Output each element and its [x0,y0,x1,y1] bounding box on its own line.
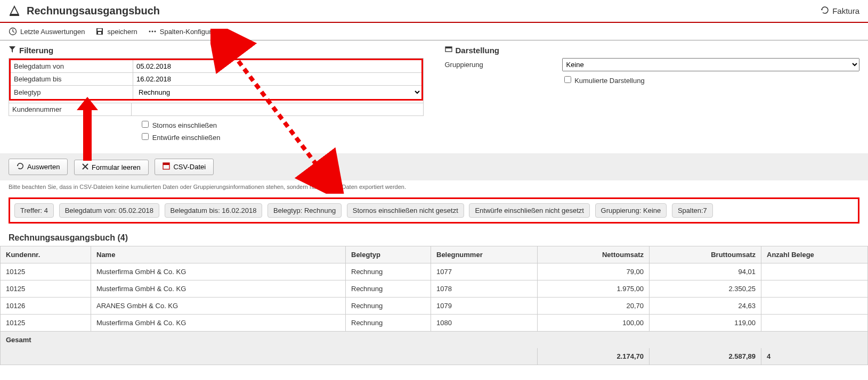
cell-nr: 1080 [431,315,538,332]
cell-anzahl [761,298,868,315]
checkbox-entwurf[interactable] [142,133,149,140]
toolbar-last-eval[interactable]: Letzte Auswertungen [9,27,85,36]
total-netto: 2.174,70 [538,348,650,365]
cell-typ: Rechnung [346,315,431,332]
leeren-button[interactable]: Formular leeren [74,160,149,175]
dots-icon [148,27,157,36]
select-belegtyp[interactable]: Rechnung [133,86,421,99]
csv-hint: Bitte beachten Sie, dass in CSV-Dateien … [0,180,868,193]
x-icon [82,163,88,171]
cell-nr: 1078 [431,280,538,298]
tag: Entwürfe einschließen nicht gesetzt [469,203,590,218]
input-belegdatum-bis[interactable] [133,73,421,85]
cell-typ: Rechnung [346,263,431,280]
clock-icon [9,27,17,36]
toolbar-columns[interactable]: Spalten-Konfiguration [148,27,226,36]
total-anzahl: 4 [761,348,868,365]
svg-rect-14 [445,47,452,48]
total-label: Gesamt [1,332,868,349]
cell-anzahl [761,280,868,298]
checkbox-kumuliert[interactable] [564,76,571,83]
header-faktura[interactable]: Faktura [821,6,859,16]
cell-netto: 20,70 [538,298,650,315]
cell-netto: 100,00 [538,315,650,332]
table-row[interactable]: 10126ARANES GmbH & Co. KGRechnung107920,… [1,298,868,315]
th-belegtyp[interactable]: Belegtyp [346,246,431,263]
cell-anzahl [761,263,868,280]
save-icon [95,27,104,36]
select-gruppierung[interactable]: Keine [562,58,860,71]
cell-anzahl [761,315,868,332]
tag: Spalten:7 [672,203,713,218]
tag: Stornos einschließen nicht gesetzt [347,203,464,218]
refresh-icon [17,162,24,171]
th-kundennr[interactable]: Kundennr. [1,246,91,263]
filter-tags: Treffer: 4 Belegdatum von: 05.02.2018 Be… [9,197,859,224]
toolbar-save-label: speichern [107,28,137,36]
tag: Belegdatum von: 05.02.2018 [59,203,159,218]
checkbox-storno[interactable] [142,121,149,128]
cell-nr: 1077 [431,263,538,280]
cell-kundennr: 10125 [1,280,91,298]
tag: Belegdatum bis: 16.02.2018 [165,203,263,218]
checkbox-storno-wrap[interactable]: Stornos einschließen [140,119,424,129]
table-row[interactable]: 10125Musterfirma GmbH & Co. KGRechnung10… [1,263,868,280]
svg-marker-11 [9,46,15,53]
cell-nr: 1079 [431,298,538,315]
label-belegdatum-von: Belegdatum von [11,60,133,72]
results-table: Kundennr. Name Belegtyp Belegnummer Nett… [0,246,868,365]
svg-rect-1 [10,15,19,16]
svg-rect-7 [98,32,101,34]
label-belegdatum-bis: Belegdatum bis [11,73,133,85]
th-anzahl[interactable]: Anzahl Belege [761,246,868,263]
filter-section-title: Filterung [19,46,53,55]
display-icon [445,46,452,55]
th-brutto[interactable]: Bruttoumsatz [650,246,761,263]
svg-rect-6 [98,29,102,31]
checkbox-kumuliert-wrap[interactable]: Kumulierte Darstellung [562,75,645,85]
checkbox-entwurf-wrap[interactable]: Entwürfe einschließen [140,131,424,142]
total-brutto: 2.587,89 [650,348,761,365]
svg-point-8 [149,31,150,32]
cell-brutto: 2.350,25 [650,280,761,298]
refresh-icon [821,6,829,16]
table-row[interactable]: 10125Musterfirma GmbH & Co. KGRechnung10… [1,280,868,298]
cell-name: Musterfirma GmbH & Co. KG [91,263,346,280]
th-name[interactable]: Name [91,246,346,263]
csv-button[interactable]: CSV-Datei [155,159,214,175]
cell-typ: Rechnung [346,298,431,315]
cell-name: ARANES GmbH & Co. KG [91,298,346,315]
svg-point-10 [154,31,156,32]
toolbar-last-eval-label: Letzte Auswertungen [20,28,85,36]
cell-name: Musterfirma GmbH & Co. KG [91,280,346,298]
filter-icon [9,46,16,55]
input-belegdatum-von[interactable] [133,60,421,72]
table-row[interactable]: 10125Musterfirma GmbH & Co. KGRechnung10… [1,315,868,332]
tag: Gruppierung: Keine [595,203,667,218]
cell-kundennr: 10125 [1,315,91,332]
th-belegnummer[interactable]: Belegnummer [431,246,538,263]
cell-kundennr: 10125 [1,263,91,280]
input-kundennummer[interactable] [132,103,423,115]
th-netto[interactable]: Nettoumsatz [538,246,650,263]
label-gruppierung: Gruppierung [445,61,562,69]
app-icon [9,4,20,18]
tag: Treffer: 4 [14,203,54,218]
svg-rect-20 [163,163,169,165]
label-kundennummer: Kundennummer [9,103,132,115]
faktura-label: Faktura [832,6,859,15]
auswerten-button[interactable]: Auswerten [9,159,68,175]
cell-brutto: 119,00 [650,315,761,332]
svg-point-9 [151,31,153,32]
cell-kundennr: 10126 [1,298,91,315]
cell-netto: 79,00 [538,263,650,280]
cell-typ: Rechnung [346,280,431,298]
label-belegtyp: Belegtyp [11,86,133,99]
darstellung-section-title: Darstellung [456,46,500,55]
cell-netto: 1.975,00 [538,280,650,298]
results-title: Rechnungsausgangsbuch (4) [0,228,868,246]
cell-brutto: 94,01 [650,263,761,280]
toolbar-save[interactable]: speichern [95,27,137,36]
page-title: Rechnungsausgangsbuch [27,5,821,17]
tag: Belegtyp: Rechnung [267,203,342,218]
